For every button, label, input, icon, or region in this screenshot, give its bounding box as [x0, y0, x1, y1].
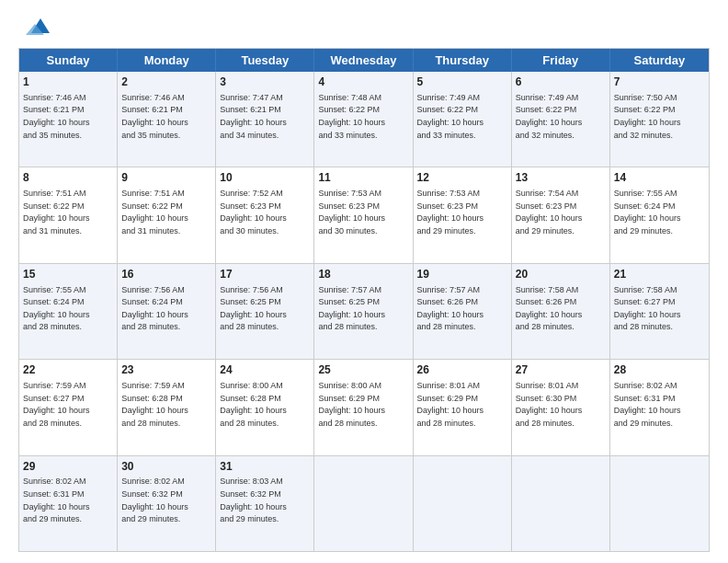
cal-cell-w2c1: 9Sunrise: 7:51 AM Sunset: 6:22 PM Daylig…: [118, 167, 216, 262]
header: [18, 15, 710, 40]
day-number: 23: [121, 362, 211, 378]
day-number: 26: [417, 362, 507, 378]
cal-cell-w5c3: [314, 456, 413, 551]
day-info: Sunrise: 7:50 AM Sunset: 6:22 PM Dayligh…: [614, 93, 681, 140]
header-day-wednesday: Wednesday: [314, 49, 413, 72]
day-info: Sunrise: 7:46 AM Sunset: 6:21 PM Dayligh…: [121, 93, 188, 140]
header-day-thursday: Thursday: [414, 49, 512, 72]
week-row-1: 1Sunrise: 7:46 AM Sunset: 6:21 PM Daylig…: [19, 72, 709, 167]
day-info: Sunrise: 7:59 AM Sunset: 6:28 PM Dayligh…: [121, 381, 188, 428]
header-day-tuesday: Tuesday: [216, 49, 314, 72]
day-info: Sunrise: 7:58 AM Sunset: 6:27 PM Dayligh…: [614, 285, 681, 332]
cal-cell-w3c0: 15Sunrise: 7:55 AM Sunset: 6:24 PM Dayli…: [19, 264, 118, 359]
header-day-monday: Monday: [118, 49, 216, 72]
day-number: 20: [516, 267, 606, 282]
cal-cell-w2c6: 14Sunrise: 7:55 AM Sunset: 6:24 PM Dayli…: [610, 167, 709, 262]
cal-cell-w3c6: 21Sunrise: 7:58 AM Sunset: 6:27 PM Dayli…: [610, 264, 709, 359]
cal-cell-w3c2: 17Sunrise: 7:56 AM Sunset: 6:25 PM Dayli…: [216, 264, 314, 359]
day-info: Sunrise: 8:00 AM Sunset: 6:28 PM Dayligh…: [220, 381, 287, 428]
cal-cell-w5c2: 31Sunrise: 8:03 AM Sunset: 6:32 PM Dayli…: [216, 456, 314, 551]
cal-cell-w1c4: 5Sunrise: 7:49 AM Sunset: 6:22 PM Daylig…: [414, 72, 512, 167]
day-info: Sunrise: 7:49 AM Sunset: 6:22 PM Dayligh…: [417, 93, 484, 140]
day-number: 7: [614, 75, 705, 90]
cal-cell-w5c4: [414, 456, 512, 551]
day-number: 5: [417, 75, 507, 90]
day-number: 19: [417, 267, 507, 282]
day-number: 22: [23, 362, 113, 378]
week-row-3: 15Sunrise: 7:55 AM Sunset: 6:24 PM Dayli…: [19, 264, 709, 360]
day-number: 17: [220, 267, 310, 282]
cal-cell-w1c3: 4Sunrise: 7:48 AM Sunset: 6:22 PM Daylig…: [314, 72, 413, 167]
cal-cell-w4c0: 22Sunrise: 7:59 AM Sunset: 6:27 PM Dayli…: [19, 360, 118, 454]
day-info: Sunrise: 7:47 AM Sunset: 6:21 PM Dayligh…: [220, 93, 287, 140]
cal-cell-w1c0: 1Sunrise: 7:46 AM Sunset: 6:21 PM Daylig…: [19, 72, 118, 167]
day-info: Sunrise: 8:02 AM Sunset: 6:31 PM Dayligh…: [614, 381, 681, 428]
day-info: Sunrise: 8:01 AM Sunset: 6:30 PM Dayligh…: [516, 381, 583, 428]
cal-cell-w3c5: 20Sunrise: 7:58 AM Sunset: 6:26 PM Dayli…: [512, 264, 610, 359]
day-number: 28: [614, 362, 705, 378]
day-info: Sunrise: 7:53 AM Sunset: 6:23 PM Dayligh…: [417, 189, 484, 236]
day-number: 24: [220, 362, 310, 378]
day-number: 3: [220, 75, 310, 90]
day-info: Sunrise: 7:51 AM Sunset: 6:22 PM Dayligh…: [121, 189, 188, 236]
day-info: Sunrise: 7:56 AM Sunset: 6:24 PM Dayligh…: [121, 285, 188, 332]
day-number: 1: [23, 75, 113, 90]
day-number: 13: [516, 170, 606, 186]
cal-cell-w5c0: 29Sunrise: 8:02 AM Sunset: 6:31 PM Dayli…: [19, 456, 118, 551]
day-info: Sunrise: 7:49 AM Sunset: 6:22 PM Dayligh…: [516, 93, 583, 140]
day-info: Sunrise: 7:54 AM Sunset: 6:23 PM Dayligh…: [516, 189, 583, 236]
cal-cell-w4c1: 23Sunrise: 7:59 AM Sunset: 6:28 PM Dayli…: [118, 360, 216, 454]
calendar: SundayMondayTuesdayWednesdayThursdayFrid…: [18, 48, 710, 552]
day-info: Sunrise: 7:55 AM Sunset: 6:24 PM Dayligh…: [23, 285, 90, 332]
day-number: 6: [516, 75, 606, 90]
day-info: Sunrise: 7:51 AM Sunset: 6:22 PM Dayligh…: [23, 189, 90, 236]
logo: [18, 15, 51, 40]
cal-cell-w4c4: 26Sunrise: 8:01 AM Sunset: 6:29 PM Dayli…: [414, 360, 512, 454]
day-info: Sunrise: 7:55 AM Sunset: 6:24 PM Dayligh…: [614, 189, 681, 236]
week-row-5: 29Sunrise: 8:02 AM Sunset: 6:31 PM Dayli…: [19, 456, 709, 551]
cal-cell-w5c5: [512, 456, 610, 551]
cal-cell-w5c6: [610, 456, 709, 551]
calendar-body: 1Sunrise: 7:46 AM Sunset: 6:21 PM Daylig…: [19, 72, 709, 551]
day-number: 2: [121, 75, 211, 90]
calendar-header: SundayMondayTuesdayWednesdayThursdayFrid…: [19, 49, 709, 72]
header-day-sunday: Sunday: [19, 49, 118, 72]
day-info: Sunrise: 7:52 AM Sunset: 6:23 PM Dayligh…: [220, 189, 287, 236]
cal-cell-w1c6: 7Sunrise: 7:50 AM Sunset: 6:22 PM Daylig…: [610, 72, 709, 167]
day-info: Sunrise: 8:03 AM Sunset: 6:32 PM Dayligh…: [220, 477, 287, 523]
day-info: Sunrise: 7:58 AM Sunset: 6:26 PM Dayligh…: [516, 285, 583, 332]
header-day-friday: Friday: [512, 49, 610, 72]
day-number: 15: [23, 267, 113, 282]
week-row-4: 22Sunrise: 7:59 AM Sunset: 6:27 PM Dayli…: [19, 360, 709, 455]
week-row-2: 8Sunrise: 7:51 AM Sunset: 6:22 PM Daylig…: [19, 167, 709, 263]
day-number: 8: [23, 170, 113, 186]
day-info: Sunrise: 8:01 AM Sunset: 6:29 PM Dayligh…: [417, 381, 484, 428]
cal-cell-w4c3: 25Sunrise: 8:00 AM Sunset: 6:29 PM Dayli…: [314, 360, 413, 454]
cal-cell-w2c0: 8Sunrise: 7:51 AM Sunset: 6:22 PM Daylig…: [19, 167, 118, 262]
day-number: 21: [614, 267, 705, 282]
cal-cell-w3c3: 18Sunrise: 7:57 AM Sunset: 6:25 PM Dayli…: [314, 264, 413, 359]
cal-cell-w1c1: 2Sunrise: 7:46 AM Sunset: 6:21 PM Daylig…: [118, 72, 216, 167]
day-info: Sunrise: 8:02 AM Sunset: 6:31 PM Dayligh…: [23, 477, 90, 523]
day-number: 30: [121, 459, 211, 475]
day-number: 4: [318, 75, 408, 90]
day-info: Sunrise: 7:46 AM Sunset: 6:21 PM Dayligh…: [23, 93, 90, 140]
day-number: 27: [516, 362, 606, 378]
cal-cell-w5c1: 30Sunrise: 8:02 AM Sunset: 6:32 PM Dayli…: [118, 456, 216, 551]
day-info: Sunrise: 8:02 AM Sunset: 6:32 PM Dayligh…: [121, 477, 188, 523]
cal-cell-w2c5: 13Sunrise: 7:54 AM Sunset: 6:23 PM Dayli…: [512, 167, 610, 262]
cal-cell-w4c6: 28Sunrise: 8:02 AM Sunset: 6:31 PM Dayli…: [610, 360, 709, 454]
header-day-saturday: Saturday: [610, 49, 709, 72]
cal-cell-w2c3: 11Sunrise: 7:53 AM Sunset: 6:23 PM Dayli…: [314, 167, 413, 262]
cal-cell-w2c4: 12Sunrise: 7:53 AM Sunset: 6:23 PM Dayli…: [414, 167, 512, 262]
day-number: 31: [220, 459, 310, 475]
day-info: Sunrise: 7:56 AM Sunset: 6:25 PM Dayligh…: [220, 285, 287, 332]
cal-cell-w4c5: 27Sunrise: 8:01 AM Sunset: 6:30 PM Dayli…: [512, 360, 610, 454]
day-number: 9: [121, 170, 211, 186]
cal-cell-w3c1: 16Sunrise: 7:56 AM Sunset: 6:24 PM Dayli…: [118, 264, 216, 359]
page: SundayMondayTuesdayWednesdayThursdayFrid…: [0, 0, 728, 563]
cal-cell-w1c5: 6Sunrise: 7:49 AM Sunset: 6:22 PM Daylig…: [512, 72, 610, 167]
cal-cell-w1c2: 3Sunrise: 7:47 AM Sunset: 6:21 PM Daylig…: [216, 72, 314, 167]
day-number: 18: [318, 267, 408, 282]
day-info: Sunrise: 8:00 AM Sunset: 6:29 PM Dayligh…: [318, 381, 385, 428]
